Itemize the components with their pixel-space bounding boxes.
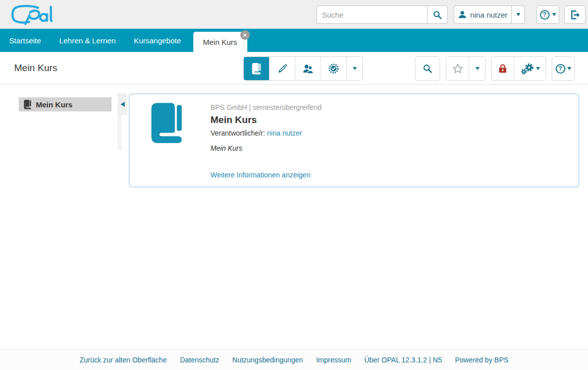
caret-down-icon: [536, 67, 540, 70]
access-settings-group: [491, 56, 546, 81]
course-help-button[interactable]: ?: [552, 57, 574, 80]
badge-check-icon: [328, 63, 339, 74]
nav-tab-lehren-lernen[interactable]: Lehren & Lernen: [50, 29, 125, 52]
sidebar-collapse-button[interactable]: [118, 93, 127, 115]
footer-link-datenschutz[interactable]: Datenschutz: [180, 356, 219, 364]
user-menu-caret-button[interactable]: [512, 6, 525, 24]
star-icon: [452, 63, 463, 74]
bookmark-group: [446, 56, 486, 81]
responsible-user-link[interactable]: nina nutzer: [267, 129, 302, 137]
course-edit-button[interactable]: [270, 57, 295, 80]
course-search-button[interactable]: [415, 57, 440, 80]
sidebar-item-mein-kurs[interactable]: Mein Kurs: [19, 97, 112, 111]
pencil-icon: [277, 64, 288, 74]
nav-tab-kursangebote[interactable]: Kursangebote: [125, 29, 190, 52]
members-icon: [302, 64, 314, 74]
course-views-more-button[interactable]: [347, 57, 362, 80]
course-members-button[interactable]: [295, 57, 321, 80]
caret-down-icon: [475, 67, 479, 70]
search-button[interactable]: [427, 6, 448, 24]
footer-link-ueber-opal[interactable]: Über OPAL 12.3.1.2 | N5: [364, 356, 442, 364]
course-assessment-button[interactable]: [321, 57, 347, 80]
settings-button[interactable]: [514, 57, 546, 80]
search-input[interactable]: [316, 6, 427, 24]
caret-down-icon: [552, 13, 556, 16]
caret-down-icon: [516, 13, 520, 16]
content-area: Mein Kurs BPS GmbH | semesterübergreifen…: [0, 85, 588, 349]
course-responsible: Verantwortliche/r: nina nutzer: [210, 129, 568, 137]
footer-link-powered-by-bps[interactable]: Powered by BPS: [455, 356, 508, 364]
course-meta: BPS GmbH | semesterübergreifend: [210, 103, 568, 111]
search-icon: [422, 64, 433, 74]
user-name: nina nutzer: [470, 11, 507, 19]
search-icon: [433, 10, 442, 20]
course-view-group: [243, 56, 363, 81]
bookmark-more-button[interactable]: [469, 57, 485, 80]
book-icon: [151, 103, 182, 144]
course-toolbar: Mein Kurs: [0, 52, 588, 85]
course-help-group: ?: [552, 56, 575, 81]
course-content-view-button[interactable]: [244, 57, 270, 80]
book-icon: [252, 63, 261, 75]
nav-tab-mein-kurs-active[interactable]: Mein Kurs ×: [193, 32, 247, 52]
course-info-card: BPS GmbH | semesterübergreifend Mein Kur…: [129, 93, 579, 188]
nav-tab-startseite[interactable]: Startseite: [0, 29, 50, 52]
gears-icon: [520, 63, 534, 75]
course-info-text: BPS GmbH | semesterübergreifend Mein Kur…: [210, 103, 568, 152]
user-menu: nina nutzer: [454, 6, 525, 24]
top-header: nina nutzer ?: [0, 0, 588, 29]
bookmark-button[interactable]: [446, 57, 469, 80]
sidebar-divider: [118, 115, 122, 150]
header-search: [316, 6, 448, 24]
caret-down-icon: [353, 67, 357, 70]
help-menu-button[interactable]: ?: [537, 6, 559, 24]
access-lock-button[interactable]: [492, 57, 514, 80]
course-search-group: [415, 56, 440, 81]
responsible-label: Verantwortliche/r:: [210, 129, 267, 137]
course-title: Mein Kurs: [210, 114, 568, 126]
opal-logo-icon: [8, 3, 52, 26]
book-icon: [24, 100, 31, 109]
footer-link-nutzungsbedingungen[interactable]: Nutzungsbedingungen: [232, 356, 303, 364]
footer-link-old-interface[interactable]: Zurück zur alten Oberfläche: [80, 356, 167, 364]
course-description: Mein Kurs: [210, 144, 568, 152]
sidebar-item-label: Mein Kurs: [36, 100, 73, 109]
user-menu-button[interactable]: nina nutzer: [454, 6, 512, 24]
collapse-left-icon: [121, 102, 125, 107]
opal-app: nina nutzer ? Startseite Lehren & Lernen…: [0, 0, 588, 370]
page-title: Mein Kurs: [14, 63, 58, 74]
opal-logo[interactable]: [8, 3, 52, 26]
caret-down-icon: [567, 67, 571, 70]
user-icon: [458, 10, 467, 19]
help-icon: ?: [556, 64, 565, 74]
logout-icon: [570, 10, 580, 20]
logout-button[interactable]: [564, 6, 585, 24]
footer: Zurück zur alten Oberfläche Datenschutz …: [0, 349, 588, 370]
course-right-tools: ?: [415, 56, 575, 81]
more-information-link[interactable]: Weitere Informationen anzeigen: [210, 171, 310, 179]
close-tab-icon[interactable]: ×: [240, 30, 250, 40]
main-nav: Startseite Lehren & Lernen Kursangebote …: [0, 29, 588, 52]
help-icon: ?: [540, 10, 550, 20]
lock-icon: [498, 64, 508, 74]
active-tab-label: Mein Kurs: [203, 38, 237, 46]
footer-link-impressum[interactable]: Impressum: [316, 356, 351, 364]
